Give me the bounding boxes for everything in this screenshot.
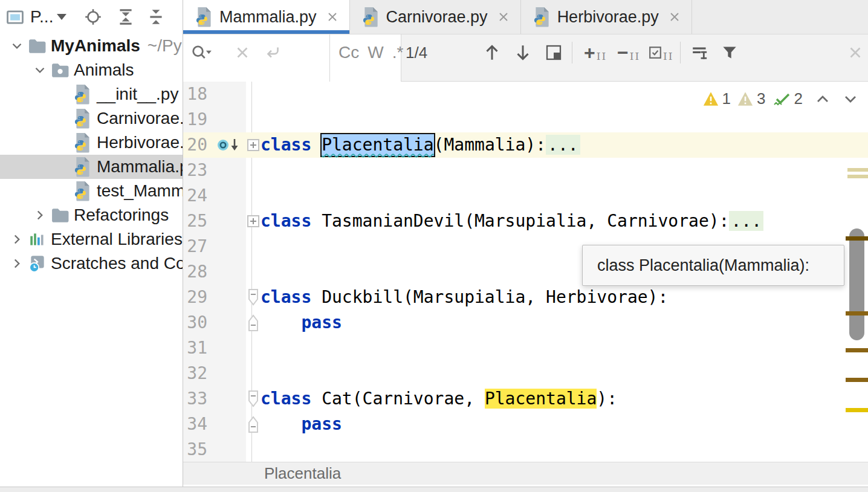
tab-mammalia-py[interactable]: Mammalia.py: [183, 0, 350, 34]
declaration-tooltip: class Placentalia(Mammalia):: [582, 245, 844, 286]
code-text[interactable]: pass: [261, 412, 342, 437]
tab-label: Mammalia.py: [219, 8, 317, 27]
ok-indicator[interactable]: 2: [772, 89, 803, 108]
error-stripe-mark[interactable]: [846, 408, 868, 412]
chevron-right-icon[interactable]: [6, 231, 28, 247]
error-stripe-mark[interactable]: [847, 175, 868, 178]
python-file-icon: [74, 108, 94, 129]
folded-region[interactable]: ...: [546, 135, 580, 155]
scrollbar-thumb[interactable]: [849, 228, 864, 340]
sidebar-item--init-py[interactable]: __init__.py: [0, 82, 183, 106]
project-view-selector[interactable]: P...: [30, 7, 66, 27]
line-number: 23: [183, 158, 211, 183]
error-stripe-mark[interactable]: [846, 311, 868, 316]
fold-slot: [246, 158, 261, 183]
chevron-down-icon: [57, 14, 66, 20]
sidebar-item-herbivorae-py[interactable]: Herbivorae.py: [0, 131, 183, 155]
prev-problem-icon[interactable]: [814, 90, 832, 108]
chevron-right-icon[interactable]: [6, 256, 28, 271]
code-text[interactable]: class Cat(Carnivorae, Placentalia):: [261, 386, 617, 412]
error-stripe-mark[interactable]: [846, 348, 868, 352]
sidebar-item-myanimals[interactable]: MyAnimals~/Py: [0, 34, 183, 58]
close-findbar-icon[interactable]: [846, 40, 865, 65]
error-stripe-mark[interactable]: [847, 168, 868, 172]
folded-region[interactable]: ...: [729, 211, 763, 231]
fold-open-top-icon[interactable]: [246, 285, 261, 310]
code-segment: class: [261, 287, 311, 307]
line-number: 20: [183, 132, 211, 158]
ok-count: 2: [794, 89, 803, 108]
fold-open-bottom-icon[interactable]: [246, 310, 261, 335]
close-tab-icon[interactable]: [667, 10, 682, 24]
breadcrumb-item[interactable]: Placentalia: [264, 464, 341, 483]
warning-indicator[interactable]: 1: [702, 89, 731, 108]
add-selection-button[interactable]: +II: [584, 40, 607, 65]
gutter-icon-slot: [211, 259, 246, 285]
error-stripe-mark[interactable]: [846, 378, 868, 382]
chevron-down-icon[interactable]: [6, 38, 28, 54]
preserve-case-button[interactable]: [690, 40, 711, 65]
libraries-icon: [28, 230, 48, 249]
tree-item-label: Refactorings: [74, 206, 169, 225]
match-case-toggle[interactable]: Cc: [338, 43, 359, 62]
select-all-occurrences-button[interactable]: II: [649, 40, 673, 65]
fold-plus-icon[interactable]: [246, 209, 261, 234]
fold-open-bottom-icon[interactable]: [246, 412, 261, 437]
gutter-icon-slot: [211, 158, 246, 183]
breadcrumb: Placentalia: [183, 462, 868, 485]
newline-icon[interactable]: [263, 43, 282, 62]
sidebar-item-refactorings[interactable]: Refactorings: [0, 203, 183, 227]
close-tab-icon[interactable]: [325, 10, 340, 24]
search-magnifier-icon[interactable]: [189, 42, 212, 63]
search-input[interactable]: [183, 34, 330, 82]
code-text[interactable]: class Placentalia(Mammalia):...: [261, 132, 580, 158]
code-text[interactable]: class TasmanianDevil(Marsupialia, Carniv…: [261, 209, 763, 234]
tree-item-label: Scratches and Consoles: [51, 254, 183, 273]
code-segment: class: [261, 389, 311, 409]
code-text[interactable]: class Duckbill(Marsupialia, Herbivorae):: [261, 285, 668, 310]
project-view-selector-label: P...: [30, 7, 53, 27]
remove-selection-button[interactable]: −II: [617, 40, 640, 65]
next-problem-icon[interactable]: [841, 90, 860, 108]
sidebar-item-scratches-and-consoles[interactable]: Scratches and Consoles: [0, 251, 183, 276]
fold-slot: [246, 259, 261, 285]
weak-warning-count: 3: [757, 89, 765, 108]
weak-warning-indicator[interactable]: 3: [737, 89, 765, 108]
chevron-down-icon[interactable]: [29, 62, 51, 78]
line-number: 34: [183, 412, 211, 437]
locate-target-icon[interactable]: [83, 5, 103, 29]
next-occurrence-button[interactable]: [513, 40, 533, 65]
expand-all-icon[interactable]: [116, 5, 135, 29]
code-editor[interactable]: 181920class Placentalia(Mammalia):...232…: [183, 82, 868, 462]
clear-search-icon[interactable]: [233, 43, 252, 62]
sidebar-item-mammalia-py[interactable]: Mammalia.py: [0, 155, 183, 179]
sidebar-item-external-libraries[interactable]: External Libraries: [0, 227, 183, 251]
override-marker-icon[interactable]: [211, 132, 246, 158]
fold-plus-icon[interactable]: [246, 132, 261, 158]
chevron-right-icon[interactable]: [29, 207, 51, 223]
tool-window-icon[interactable]: [5, 5, 25, 29]
code-line-25: 25class TasmanianDevil(Marsupialia, Carn…: [183, 209, 868, 234]
sidebar-item-test-mammalia-py[interactable]: test_Mammalia.py: [0, 179, 183, 203]
sidebar-item-animals[interactable]: Animals: [0, 58, 183, 82]
error-stripe-mark[interactable]: [846, 236, 868, 241]
previous-occurrence-button[interactable]: [482, 40, 502, 65]
code-line-33: 33class Cat(Carnivorae, Placentalia):: [183, 386, 868, 412]
code-segment: class: [261, 211, 311, 231]
regex-toggle[interactable]: .*: [392, 43, 404, 62]
code-text[interactable]: pass: [261, 310, 342, 335]
code-line-29: 29class Duckbill(Marsupialia, Herbivorae…: [183, 285, 868, 310]
tab-herbivorae-py[interactable]: Herbivorae.py: [521, 0, 692, 34]
line-number: 25: [183, 209, 211, 234]
sidebar-item-carnivorae-py[interactable]: Carnivorae.py: [0, 106, 183, 131]
gutter-icon-slot: [211, 285, 246, 310]
fold-open-top-icon[interactable]: [246, 386, 261, 412]
filter-icon[interactable]: [720, 40, 739, 65]
close-tab-icon[interactable]: [496, 10, 511, 24]
words-toggle[interactable]: W: [368, 43, 383, 62]
open-in-find-window-button[interactable]: [545, 40, 563, 65]
current-search-match: Placentalia: [320, 133, 435, 157]
tab-carnivorae-py[interactable]: Carnivorae.py: [350, 0, 521, 34]
findbar-separator: [572, 42, 572, 63]
collapse-all-icon[interactable]: [146, 5, 166, 29]
